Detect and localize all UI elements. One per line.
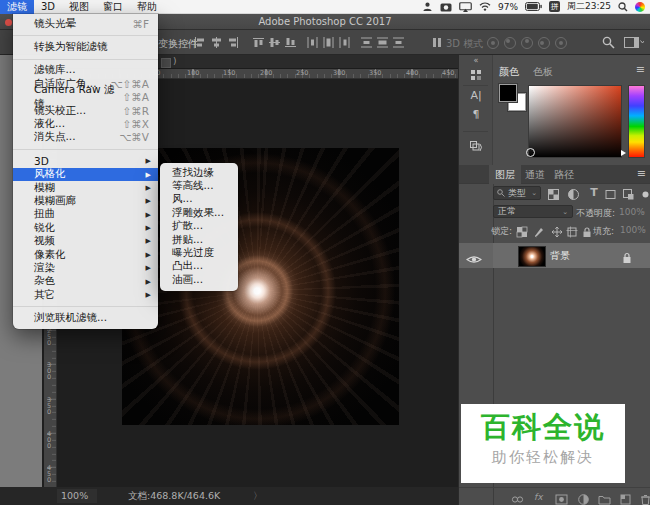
- menu-item[interactable]: 模糊 ▶: [13, 181, 158, 194]
- filter-shape-layers-icon[interactable]: [604, 186, 618, 200]
- menu-item[interactable]: 其它 ▶: [13, 288, 158, 301]
- submenu-item[interactable]: 油画...: [160, 273, 238, 286]
- chevron-down-icon[interactable]: ⌄: [640, 207, 646, 215]
- menu-item[interactable]: 3D ▶: [13, 154, 158, 167]
- camera-icon[interactable]: [440, 2, 452, 12]
- panel-menu-icon[interactable]: ≡: [637, 169, 646, 179]
- filter-type-layers-icon[interactable]: T: [587, 186, 601, 200]
- distribute-center-v-icon[interactable]: [376, 36, 389, 49]
- submenu-item[interactable]: 扩散...: [160, 220, 238, 233]
- layer-thumbnail[interactable]: [518, 246, 546, 267]
- menu-item[interactable]: 浏览联机滤镜...: [13, 311, 158, 324]
- search-icon[interactable]: [602, 36, 615, 49]
- wifi-icon[interactable]: [479, 2, 491, 11]
- menu-item[interactable]: 消失点... ⌥⌘V: [13, 131, 158, 144]
- layer-style-fx-icon[interactable]: fx: [534, 492, 547, 505]
- document-tab-close-icon[interactable]: [161, 58, 171, 68]
- filter-smart-objects-icon[interactable]: [622, 186, 636, 200]
- tab-color[interactable]: 颜色: [499, 65, 519, 79]
- menubar-item-3d[interactable]: 3D: [34, 0, 62, 14]
- distribute-spacing-icon[interactable]: [430, 36, 443, 49]
- align-right-edges-icon[interactable]: [227, 36, 240, 49]
- color-grid-panel-icon[interactable]: [459, 67, 493, 86]
- zoom-percent-field[interactable]: 100%: [57, 489, 97, 503]
- new-layer-icon[interactable]: [619, 491, 632, 504]
- delete-layer-trash-icon[interactable]: [639, 491, 650, 504]
- adjustment-layer-icon[interactable]: [577, 491, 590, 504]
- menubar-item-help[interactable]: 帮助: [130, 0, 164, 14]
- filter-pixel-layers-icon[interactable]: [547, 186, 561, 200]
- airplay-display-icon[interactable]: [459, 2, 472, 12]
- foreground-color-swatch[interactable]: [499, 84, 517, 102]
- submenu-item[interactable]: 凸出...: [160, 260, 238, 273]
- menu-item[interactable]: 转换为智能滤镜: [13, 40, 158, 53]
- submenu-item[interactable]: 曝光过度: [160, 246, 238, 259]
- lock-pixels-icon[interactable]: [533, 223, 546, 236]
- distribute-center-h-icon[interactable]: [322, 36, 335, 49]
- filter-toggle-icon[interactable]: [639, 186, 650, 200]
- menu-item[interactable]: 液化... ⇧⌘X: [13, 117, 158, 130]
- submenu-item[interactable]: 风...: [160, 193, 238, 206]
- layer-mask-icon[interactable]: [555, 491, 568, 504]
- lock-artboard-icon[interactable]: [566, 223, 579, 236]
- hue-slider[interactable]: [628, 85, 645, 158]
- character-panel-icon[interactable]: A|: [459, 89, 493, 102]
- collapse-panels-icon[interactable]: «: [459, 56, 493, 65]
- spotlight-search-icon[interactable]: [618, 2, 628, 12]
- tab-swatches[interactable]: 色板: [533, 65, 553, 79]
- menu-item[interactable]: 滤镜库...: [13, 64, 158, 77]
- chevron-down-icon[interactable]: ⌄: [641, 225, 647, 233]
- distribute-top-icon[interactable]: [360, 36, 373, 49]
- menu-item[interactable]: Camera Raw 滤镜... ⇧⌘A: [13, 91, 158, 104]
- filter-adjustment-layers-icon[interactable]: [567, 186, 581, 200]
- layer-filter-type-select[interactable]: 类型 ⌄: [493, 186, 541, 200]
- layer-row-background[interactable]: 背景: [459, 243, 650, 268]
- input-method-icon[interactable]: 拼: [549, 1, 560, 12]
- styles-panel-icon[interactable]: [459, 139, 493, 158]
- paragraph-panel-icon[interactable]: ¶: [459, 108, 493, 121]
- menu-item[interactable]: 模糊画廊 ▶: [13, 194, 158, 207]
- align-centers-v-icon[interactable]: [268, 36, 281, 49]
- menu-item[interactable]: 像素化 ▶: [13, 248, 158, 261]
- menu-item[interactable]: 镜头光晕 ⌘F: [13, 17, 158, 30]
- menu-item[interactable]: 视频 ▶: [13, 234, 158, 247]
- status-options-arrow-icon[interactable]: 〉: [253, 490, 263, 503]
- menu-item[interactable]: 风格化 ▶: [13, 168, 158, 181]
- tab-layers[interactable]: 图层: [489, 165, 521, 184]
- align-centers-h-icon[interactable]: [210, 36, 223, 49]
- distribute-left-icon[interactable]: [306, 36, 319, 49]
- menu-item[interactable]: 扭曲 ▶: [13, 208, 158, 221]
- submenu-item[interactable]: 拼贴...: [160, 233, 238, 246]
- menu-item[interactable]: 锐化 ▶: [13, 221, 158, 234]
- menu-item[interactable]: 渲染 ▶: [13, 261, 158, 274]
- lock-transparency-icon[interactable]: [516, 223, 529, 236]
- submenu-item[interactable]: 浮雕效果...: [160, 206, 238, 219]
- panel-menu-icon[interactable]: ≡: [636, 65, 645, 75]
- submenu-item[interactable]: 查找边缘: [160, 166, 238, 179]
- new-group-folder-icon[interactable]: [598, 491, 611, 504]
- distribute-right-icon[interactable]: [338, 36, 351, 49]
- workspace-switcher-icon[interactable]: [624, 36, 644, 49]
- menu-item[interactable]: 杂色 ▶: [13, 275, 158, 288]
- submenu-item[interactable]: 等高线...: [160, 179, 238, 192]
- layer-visibility-eye-icon[interactable]: [466, 250, 482, 269]
- link-layers-icon[interactable]: [511, 491, 524, 504]
- layer-name[interactable]: 背景: [550, 249, 570, 263]
- align-left-edges-icon[interactable]: [193, 36, 206, 49]
- color-picker-marker[interactable]: [526, 148, 535, 157]
- menu-item[interactable]: 镜头校正... ⇧⌘R: [13, 104, 158, 117]
- saturation-brightness-field[interactable]: [528, 85, 622, 158]
- menubar-clock[interactable]: 周二23:25: [567, 0, 611, 13]
- distribute-bottom-icon[interactable]: [392, 36, 405, 49]
- hue-slider-marker[interactable]: [621, 150, 626, 156]
- tab-channels[interactable]: 通道: [519, 165, 551, 184]
- lock-position-icon[interactable]: [551, 223, 564, 236]
- user-icon[interactable]: [422, 1, 433, 12]
- window-close-button[interactable]: [5, 19, 12, 26]
- menubar-item-view[interactable]: 视图: [62, 0, 96, 14]
- blend-mode-select[interactable]: 正常 ⌄: [493, 205, 573, 218]
- tab-paths[interactable]: 路径: [548, 165, 580, 184]
- align-top-edges-icon[interactable]: [252, 36, 265, 49]
- menubar-item-window[interactable]: 窗口: [96, 0, 130, 14]
- menubar-item-filter[interactable]: 滤镜: [0, 0, 34, 14]
